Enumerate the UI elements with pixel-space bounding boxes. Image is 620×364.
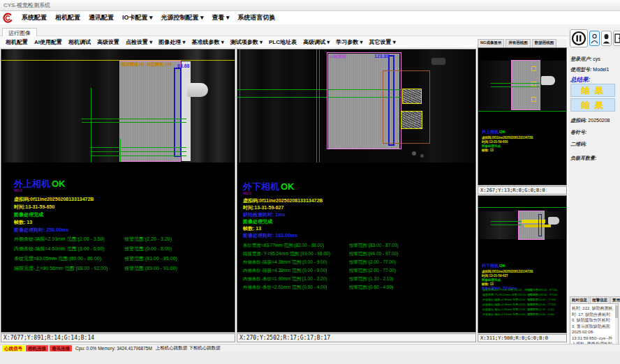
menu-item[interactable]: IO卡配置 ▾	[122, 13, 153, 22]
ng-image-lower[interactable]	[478, 206, 566, 248]
camera-heartbeat-readout: 上相机心跳数据 下相机心跳数据	[156, 345, 221, 351]
camera-sub-label: NG:0	[14, 188, 22, 192]
highlight-label-yellow	[524, 225, 551, 227]
threshold-label: 固定阈值:93, 动态阈值:100	[121, 61, 172, 68]
measurement-row: 外侧条纹-隔膜=4.38mm 范围:(0.00 - 9.00)报警范围:(2.0…	[237, 259, 475, 268]
mini-result-text: 外上相机OK 虚拟码:0f11ine2025020813313472B 时间:1…	[482, 123, 533, 153]
ng-image-upper[interactable]	[478, 58, 566, 121]
info-tab[interactable]: 耗时信息	[570, 296, 589, 303]
camera-image-lower[interactable]: AI检测框 123.88	[237, 50, 475, 162]
bright-band	[182, 61, 191, 161]
pixel-readout-mini-upper: X:267;Y:13;R:0;G:0;B:0	[478, 186, 567, 195]
virtual-code-field: 虚拟码:20250208	[570, 117, 610, 124]
menu-item[interactable]: 通讯配置	[89, 13, 114, 22]
defect-box-yellow	[531, 66, 536, 71]
pixel-readout-mini-lower: X:311;Y:980;R:0;G:0;B:0	[478, 334, 567, 342]
defect-box-yellow	[402, 89, 422, 104]
machine-part	[420, 154, 424, 158]
measurement-row: 外侧条纹-隔膜=4.38mm 范围:(0.00 - 9.00)报警范围:(2.0…	[478, 298, 568, 303]
toolbar-item[interactable]: 学习参数 ▾	[336, 38, 362, 46]
mini-tab[interactable]: NG成像显示	[478, 39, 504, 47]
toolbar-item[interactable]: 基准线参数 ▾	[192, 38, 224, 46]
virtual-code-line: 虚拟码:0f11ine2025020813313472B	[243, 197, 323, 204]
measurement-row: 内侧条纹-隔膜=4.38mm 范围:(0.00 - 9.00)报警范围:(2.0…	[478, 303, 568, 308]
measure-line-green	[120, 139, 121, 162]
process-done-line: 图像处理完成	[14, 211, 43, 218]
qr-code-field: 二维码:	[570, 141, 586, 148]
user-dark-icon	[603, 33, 610, 44]
window-titlebar[interactable]: CYS-视觉检测系统	[0, 0, 620, 11]
machine-part	[431, 58, 445, 65]
result-badge-upper: 结 果	[570, 84, 615, 97]
toolbar-item[interactable]: AI使用配置	[34, 38, 62, 46]
frame-count-line: 帧数: 13	[243, 225, 261, 232]
pause-button[interactable]	[570, 29, 588, 47]
menu-item[interactable]: 查看 ▾	[212, 13, 230, 22]
toolbar-item[interactable]: 高级调试 ▾	[303, 38, 330, 46]
status-badge: 心跳信号	[2, 345, 24, 351]
toolbar-item[interactable]: 测试项参数 ▾	[230, 38, 263, 46]
mini-tab[interactable]: 所有画线图	[505, 39, 531, 47]
menu-item[interactable]: 光源控制配置 ▾	[161, 13, 204, 22]
camera-image-upper[interactable]: 固定阈值:93, 动态阈值:100 83.68	[1, 50, 235, 162]
measurement-row: 内侧条纹-条纹=1.90mm 范围:(1.00 - 2.20)报警范围:(1.1…	[478, 308, 568, 312]
menu-item[interactable]: 系统语言切换	[238, 13, 276, 22]
status-bar: 心跳信号相机连接通讯连接 Cpu: 0.0% Memory: 3424.4179…	[0, 344, 620, 352]
mini-measurement-list: 条纹宽度=83.77mm 范围:(82.00 - 88.00)报警范围:(83.…	[478, 288, 568, 317]
info-tab[interactable]: 报警信息	[590, 296, 610, 303]
electrode-tab	[541, 76, 555, 85]
toolbar-item[interactable]: 图像处理 ▾	[158, 38, 185, 46]
sidebar-buttons	[570, 29, 620, 47]
time-line: 时间:13-31-59-627	[243, 204, 283, 211]
elapsed-line: 图像处理耗时: 258.00ms	[14, 227, 68, 234]
measure-box-blue	[538, 214, 542, 236]
toolbar-item[interactable]: 高级设置	[97, 38, 119, 46]
measurement-list: 外侧条纹-隔膜=2.91mm 范围:(2.00 - 3.50)报警范围:(2.2…	[1, 236, 235, 275]
baseline-yellow	[1, 60, 235, 61]
mini-result-text: 外下相机OK 虚拟码:0f11ine2025020813313472B 时间:1…	[482, 257, 533, 291]
info-tab[interactable]: 禁用信息	[610, 296, 620, 303]
ng-image-panel-upper[interactable]: 外上相机OK 虚拟码:0f11ine2025020813313472B 时间:1…	[478, 47, 567, 185]
measurement-row: 条纹宽度=83.05mm 范围:(80.00 - 86.00)报警范围:(81.…	[1, 255, 235, 265]
user-icon	[591, 33, 598, 44]
camera-panel-upper[interactable]: 固定阈值:93, 动态阈值:100 83.68 外上相机OK NG:0 虚拟码:…	[1, 49, 235, 333]
ng-image-panel-lower[interactable]: 外下相机OK 虚拟码:0f11ine2025020813313472B 时间:1…	[478, 195, 567, 333]
menu-item[interactable]: 相机配置	[55, 13, 80, 22]
login-user-button[interactable]	[589, 31, 600, 46]
electrode-tab	[548, 217, 559, 225]
window-title: CYS-视觉检测系统	[3, 2, 50, 8]
measurement-row: 条纹宽度=83.77mm 范围:(82.00 - 88.00)报警范围:(83.…	[237, 243, 475, 251]
toolbar-item[interactable]: 相机配置	[6, 38, 28, 46]
measure-value-label: 123.88	[374, 54, 389, 59]
menu-item[interactable]: 系统配置	[22, 13, 47, 22]
exit-button[interactable]	[613, 31, 620, 46]
elapsed-line: 图像处理耗时: 183.00ms	[243, 232, 297, 239]
edge-line-green	[239, 50, 240, 162]
roi-box-brown	[383, 70, 430, 144]
frame-count-line: 帧数: 13	[14, 219, 32, 226]
measurement-row: 外侧条纹-隔膜=2.91mm 范围:(2.00 - 3.50)报警范围:(2.2…	[1, 236, 235, 245]
toolbar-item[interactable]: 点检设置 ▾	[126, 38, 152, 46]
pixel-readout-lower: X:270;Y:2502;R:17;G:17;B:17	[237, 333, 476, 342]
measure-line-green	[478, 207, 566, 208]
measurement-row: 隔膜宽度-下=95.24mm 范围:(93.00 - 98.00)报警范围:(9…	[237, 251, 475, 259]
info-tabs: 耗时信息报警信息禁用信息	[570, 296, 620, 303]
info-log-text: 耗时: 222, 缺陷检测耗时: 17, 缺陷分类耗时: 0, 缺陷提取分区耗时…	[572, 306, 614, 349]
app-logo-icon	[3, 13, 13, 23]
exit-door-icon	[614, 33, 620, 43]
mini-tab[interactable]: 数据画线图	[532, 39, 557, 47]
pixel-readout-upper: X:7677;Y:891;R:14;G:14;B:14	[1, 333, 235, 342]
toolbar-item[interactable]: 其它设置 ▾	[369, 38, 396, 46]
toolbar-item[interactable]: 相机调试	[68, 38, 91, 46]
needle-number-field: 卷针号:	[570, 129, 586, 136]
status-badges: 心跳信号相机连接通讯连接	[2, 345, 72, 351]
menu-items: 系统配置相机配置通讯配置IO卡配置 ▾光源控制配置 ▾查看 ▾系统语言切换	[22, 13, 276, 22]
info-log-box[interactable]: 耗时: 222, 缺陷检测耗时: 17, 缺陷分类耗时: 0, 缺陷提取分区耗时…	[570, 303, 619, 349]
camera-panel-lower[interactable]: AI检测框 123.88 外下相机OK NG:0 虚拟码:0f11ine2025…	[237, 49, 476, 333]
ai-box-label: AI检测框	[330, 54, 346, 60]
user-dark-button[interactable]	[601, 31, 612, 46]
measurement-row: 隔膜宽度-上=90.56mm 范围:(88.00 - 92.00)报警范围:(8…	[1, 265, 235, 275]
toolbar-item[interactable]: PLC地址表	[269, 38, 297, 46]
measure-line-green	[491, 83, 540, 84]
info-scrollbar[interactable]	[615, 304, 618, 349]
